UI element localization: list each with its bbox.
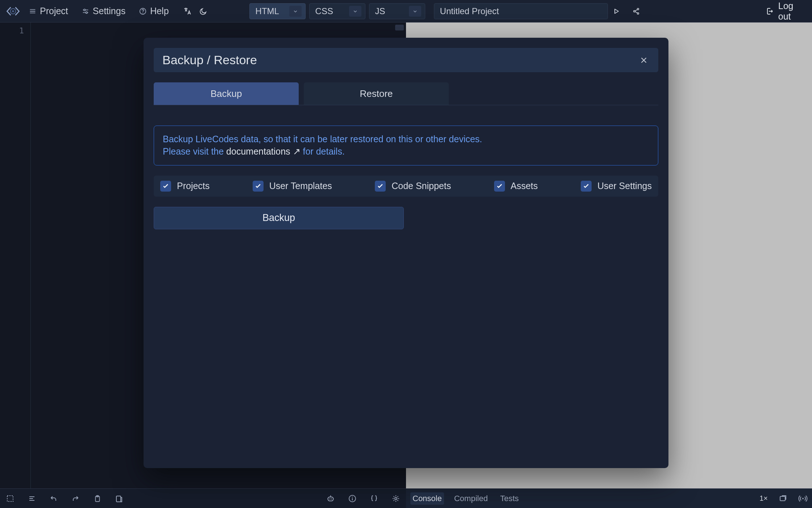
external-link-icon: ↗ <box>293 146 301 156</box>
tab-restore[interactable]: Restore <box>304 82 449 105</box>
checkbox-icon[interactable] <box>494 181 505 192</box>
tab-backup[interactable]: Backup <box>154 82 299 105</box>
checkbox-icon[interactable] <box>581 181 592 192</box>
backup-options: Projects User Templates Code Snippets As… <box>154 176 658 197</box>
checkbox-icon[interactable] <box>160 181 171 192</box>
info-line2-pre: Please visit the <box>163 146 226 156</box>
check-user-templates[interactable]: User Templates <box>253 181 332 192</box>
check-user-settings[interactable]: User Settings <box>581 181 652 192</box>
backup-restore-modal: Backup / Restore Backup Restore Backup L… <box>144 38 668 468</box>
check-assets[interactable]: Assets <box>494 181 538 192</box>
info-banner: Backup LiveCodes data, so that it can be… <box>154 126 658 165</box>
modal-tabs: Backup Restore <box>154 82 658 105</box>
info-line2-post: for details. <box>303 146 345 156</box>
check-code-snippets[interactable]: Code Snippets <box>375 181 451 192</box>
documentations-link[interactable]: documentations ↗ <box>226 146 300 156</box>
close-button[interactable] <box>638 54 650 66</box>
modal-title: Backup / Restore <box>162 53 257 67</box>
checkbox-icon[interactable] <box>253 181 264 192</box>
info-line1: Backup LiveCodes data, so that it can be… <box>163 133 649 146</box>
backup-button[interactable]: Backup <box>154 207 404 229</box>
close-icon <box>639 56 649 65</box>
check-projects[interactable]: Projects <box>160 181 210 192</box>
checkbox-icon[interactable] <box>375 181 386 192</box>
